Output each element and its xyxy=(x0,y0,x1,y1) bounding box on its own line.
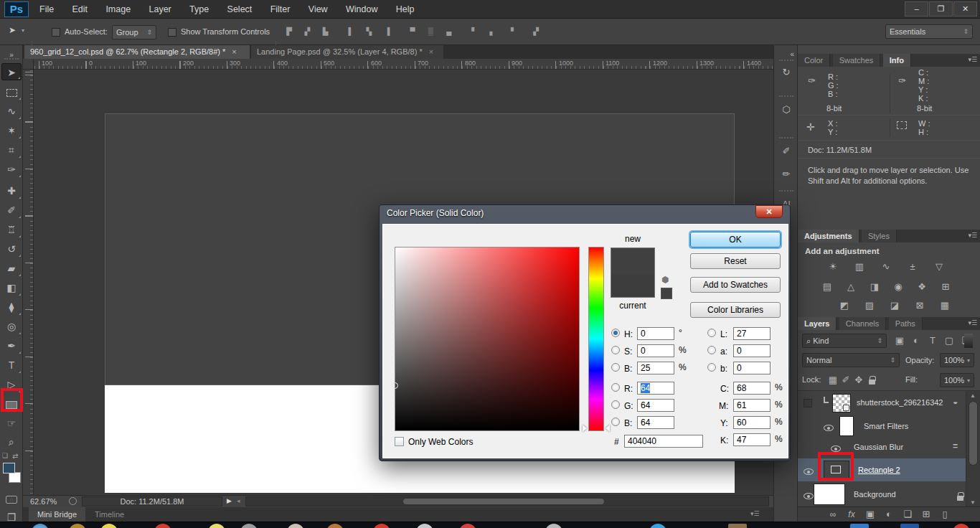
layer-style-fx-icon[interactable]: fx xyxy=(842,507,861,522)
y-input[interactable]: 60 xyxy=(733,416,771,429)
bb-input[interactable]: 0 xyxy=(733,362,771,374)
layer-thumbnail[interactable] xyxy=(832,394,851,412)
levels-icon[interactable]: ▥ xyxy=(850,260,869,274)
a-radio[interactable] xyxy=(707,346,716,354)
tab-timeline[interactable]: Timeline xyxy=(86,507,133,522)
s-input[interactable]: 0 xyxy=(637,344,674,357)
visibility-eye-icon[interactable] xyxy=(804,493,814,499)
visibility-eye-icon[interactable] xyxy=(831,446,841,452)
brush-tool[interactable]: ✐ xyxy=(1,202,22,219)
taskbar-app-icon[interactable] xyxy=(326,524,344,528)
panel-menu-icon[interactable]: ▾☰ xyxy=(968,232,977,239)
a-input[interactable]: 0 xyxy=(733,344,771,357)
filter-type-layers-icon[interactable]: T xyxy=(925,334,940,348)
filter-pixel-layers-icon[interactable]: ▣ xyxy=(892,334,907,348)
taskbar-app-icon[interactable] xyxy=(728,524,747,528)
g-radio[interactable] xyxy=(611,400,620,409)
quick-mask-icon[interactable]: ◌ xyxy=(6,496,17,504)
distribute-horizontal-icon[interactable]: ▖ xyxy=(484,27,500,35)
menu-help[interactable]: Help xyxy=(388,0,423,19)
document-tab-inactive[interactable]: Landing Page.psd @ 32.5% (Layer 4, RGB/8… xyxy=(251,45,443,59)
status-play-icon[interactable]: ▶ xyxy=(227,497,232,504)
panel-menu-icon[interactable]: ▾☰ xyxy=(968,56,977,63)
color-field-marker[interactable] xyxy=(392,382,398,389)
taskbar-app-icon[interactable] xyxy=(850,524,869,528)
panel-menu-icon[interactable]: ▾☰ xyxy=(968,319,977,326)
bb-radio[interactable] xyxy=(707,363,716,372)
hue-slider[interactable] xyxy=(588,247,604,431)
align-right-edges-icon[interactable]: ▐ xyxy=(380,27,395,35)
menu-view[interactable]: View xyxy=(301,0,336,19)
align-bottom-edges-icon[interactable]: ▙ xyxy=(318,27,334,35)
brush-presets-panel-icon[interactable]: ✐ xyxy=(778,144,794,159)
saturation-brightness-field[interactable] xyxy=(395,247,580,431)
show-transform-checkbox[interactable] xyxy=(168,28,176,37)
taskbar-app-icon[interactable] xyxy=(240,524,258,528)
only-web-colors-checkbox[interactable] xyxy=(395,437,404,446)
hue-marker-right-icon[interactable] xyxy=(606,425,610,432)
auto-align-icon[interactable]: ▞ xyxy=(528,27,544,35)
taskbar-app-icon[interactable] xyxy=(545,524,562,528)
current-color-swatch[interactable] xyxy=(611,274,654,297)
dialog-close-button[interactable]: ✕ xyxy=(755,205,783,218)
b-radio[interactable] xyxy=(611,363,620,372)
menu-filter[interactable]: Filter xyxy=(263,0,298,19)
zoom-level[interactable]: 62.67% xyxy=(30,497,57,506)
distribute-bottom-icon[interactable]: ▄ xyxy=(441,27,457,35)
panel-menu-icon[interactable]: ▾☰ xyxy=(750,510,760,517)
taskbar-app-icon[interactable] xyxy=(459,524,476,528)
lock-pixels-icon[interactable]: ✐ xyxy=(839,373,852,387)
menu-file[interactable]: File xyxy=(32,0,62,19)
3d-panel-icon[interactable]: ⬡ xyxy=(778,103,794,117)
color-lookup-icon[interactable]: ⊞ xyxy=(936,280,955,294)
l-radio[interactable] xyxy=(707,329,716,337)
lock-all-icon[interactable] xyxy=(865,373,878,387)
taskbar-app-icon[interactable] xyxy=(373,524,390,528)
timing-icon[interactable] xyxy=(69,497,77,505)
pen-tool[interactable]: ✒ xyxy=(1,337,22,354)
align-vertical-centers-icon[interactable]: ▞ xyxy=(299,27,315,35)
fill-field[interactable]: 100% ▾ xyxy=(940,373,974,387)
crop-tool[interactable]: ⌗ xyxy=(1,141,22,159)
dodge-tool[interactable]: ◎ xyxy=(1,318,22,335)
tab-styles[interactable]: Styles xyxy=(862,230,897,242)
taskbar-app-icon[interactable] xyxy=(154,524,171,528)
tab-close-icon[interactable]: × xyxy=(429,47,433,56)
reset-button[interactable]: Reset xyxy=(690,253,781,269)
blend-mode-dropdown[interactable]: Normal ⇕ xyxy=(802,353,900,367)
taskbar-app-icon[interactable] xyxy=(953,524,970,528)
distribute-top-icon[interactable]: ▀ xyxy=(405,27,420,35)
ok-button[interactable]: OK xyxy=(690,232,781,248)
lasso-tool[interactable]: ∿ xyxy=(1,103,22,120)
tab-channels[interactable]: Channels xyxy=(839,317,886,330)
invert-icon[interactable]: ◩ xyxy=(835,298,854,313)
web-safe-swatch[interactable] xyxy=(661,288,672,299)
link-layers-icon[interactable]: ∞ xyxy=(824,507,842,522)
opacity-field[interactable]: 100% ▾ xyxy=(940,353,974,367)
move-tool-icon[interactable]: ➤ xyxy=(9,25,16,35)
healing-brush-tool[interactable]: ✚ xyxy=(1,182,22,199)
align-left-edges-icon[interactable]: ▌ xyxy=(343,27,359,35)
layer-name[interactable]: Smart Filters xyxy=(864,422,908,430)
b2-input[interactable]: 64 xyxy=(637,416,674,429)
scrollbar-thumb[interactable] xyxy=(402,498,605,505)
close-button[interactable]: ✕ xyxy=(953,1,977,16)
k-input[interactable]: 47 xyxy=(733,433,771,446)
add-to-swatches-button[interactable]: Add to Swatches xyxy=(690,277,781,293)
menu-edit[interactable]: Edit xyxy=(65,0,96,19)
marquee-tool[interactable] xyxy=(1,83,22,100)
h-radio[interactable] xyxy=(611,329,620,337)
menu-select[interactable]: Select xyxy=(220,0,260,19)
gradient-map-icon[interactable]: ⊠ xyxy=(910,298,929,313)
tab-swatches[interactable]: Swatches xyxy=(833,54,881,67)
selective-color-icon[interactable]: ▦ xyxy=(936,298,954,313)
taskbar-start-icon[interactable] xyxy=(32,524,49,528)
distribute-vertical-icon[interactable]: ▒ xyxy=(423,27,438,35)
layer-name[interactable]: Background xyxy=(854,490,896,499)
threshold-icon[interactable]: ◪ xyxy=(885,298,904,313)
background-color-swatch[interactable] xyxy=(9,472,21,483)
gradient-tool[interactable]: ◧ xyxy=(1,279,22,296)
scroll-left-icon[interactable]: ◂ xyxy=(237,497,240,504)
hex-input[interactable]: 404040 xyxy=(624,435,703,448)
taskbar-app-icon[interactable] xyxy=(649,524,666,528)
